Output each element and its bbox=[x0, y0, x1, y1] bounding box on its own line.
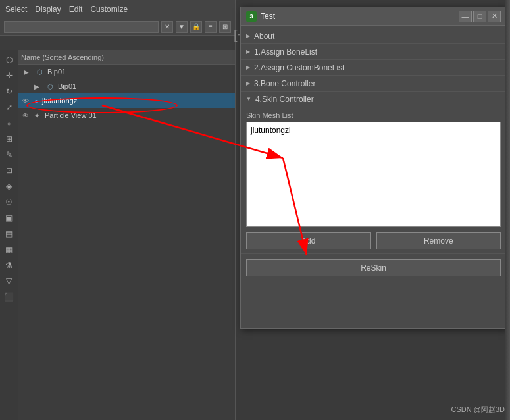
section-arrow-2: ▶ bbox=[246, 65, 250, 70]
item-label: Bip01 bbox=[47, 68, 232, 76]
section-arrow-3: ▶ bbox=[246, 80, 250, 86]
tool6-icon[interactable]: ⊞ bbox=[2, 132, 16, 146]
buttons-row: Add Remove bbox=[246, 232, 501, 249]
menu-customize[interactable]: Customize bbox=[90, 5, 128, 14]
menu-edit[interactable]: Edit bbox=[69, 5, 83, 14]
tool11-icon[interactable]: ▣ bbox=[2, 211, 16, 225]
list-item[interactable]: 👁 ✦ Particle View 01 bbox=[18, 108, 235, 122]
top-menu: Select Display Edit Customize bbox=[0, 0, 235, 18]
section-label-4: 4.Skin Controller bbox=[255, 95, 314, 104]
section-assign-custom[interactable]: ▶ 2.Assign CustomBoneList bbox=[241, 60, 506, 76]
skin-mesh-item[interactable]: jiutuntongzi bbox=[249, 125, 497, 136]
scale-icon[interactable]: ⤢ bbox=[2, 100, 16, 115]
tool13-icon[interactable]: ▦ bbox=[2, 242, 16, 257]
list-header: Name (Sorted Ascending) bbox=[18, 50, 235, 65]
dialog: 3 Test — □ ✕ ▶ About ▶ 1.Assign BoneList… bbox=[240, 7, 507, 329]
move-icon[interactable]: ✛ bbox=[2, 68, 16, 83]
menu-select[interactable]: Select bbox=[5, 5, 27, 14]
section-arrow-about: ▶ bbox=[246, 33, 250, 39]
section-assign-bonelist[interactable]: ▶ 1.Assign BoneList bbox=[241, 44, 506, 60]
tool12-icon[interactable]: ▤ bbox=[2, 226, 16, 241]
skin-mesh-label: Skin Mesh List bbox=[246, 111, 501, 119]
tool9-icon[interactable]: ◈ bbox=[2, 179, 16, 194]
section-about[interactable]: ▶ About bbox=[241, 28, 506, 44]
select-icon[interactable]: ⬡ bbox=[2, 53, 16, 67]
left-panel: Select Display Edit Customize ✕ ▼ 🔒 ≡ ⊞ … bbox=[0, 0, 236, 420]
section-label-1: 1.Assign BoneList bbox=[254, 47, 317, 57]
item-type-icon: ⬡ bbox=[34, 66, 45, 77]
item-label: Bip01 bbox=[58, 82, 232, 90]
skin-mesh-list[interactable]: jiutuntongzi bbox=[246, 122, 501, 227]
dialog-titlebar: 3 Test — □ ✕ bbox=[241, 7, 506, 26]
section-arrow-4: ▼ bbox=[246, 96, 251, 102]
list-item[interactable]: ▶ ⬡ Bip01 bbox=[18, 79, 235, 93]
list-container: Name (Sorted Ascending) ▶ ⬡ Bip01 ▶ ⬡ Bi… bbox=[18, 50, 235, 420]
skin-section-content: Skin Mesh List jiutuntongzi Add Remove bbox=[241, 107, 506, 254]
tool8-icon[interactable]: ⊡ bbox=[2, 163, 16, 178]
side-icons: ⬡ ✛ ↻ ⤢ ⬦ ⊞ ✎ ⊡ ◈ ☉ ▣ ▤ ▦ ⚗ ▽ ⬛ bbox=[0, 50, 18, 420]
section-label-about: About bbox=[254, 32, 274, 41]
expand-icon: ▶ bbox=[32, 81, 42, 92]
toolbar-row: ✕ ▼ 🔒 ≡ ⊞ bbox=[0, 18, 235, 36]
list-item[interactable]: ▶ ⬡ Bip01 bbox=[18, 65, 235, 79]
section-bone-controller[interactable]: ▶ 3.Bone Controller bbox=[241, 76, 506, 92]
list-header-text: Name (Sorted Ascending) bbox=[21, 53, 232, 61]
search-input[interactable] bbox=[4, 21, 159, 33]
eye-dot-icon: ● bbox=[32, 96, 41, 105]
dialog-title: Test bbox=[261, 12, 459, 21]
filter-icon[interactable]: ▼ bbox=[176, 21, 188, 33]
lock-icon[interactable]: 🔒 bbox=[190, 21, 202, 33]
dialog-controls: — □ ✕ bbox=[459, 11, 501, 22]
remove-button[interactable]: Remove bbox=[376, 232, 501, 249]
add-button[interactable]: Add bbox=[246, 232, 371, 249]
tool16-icon[interactable]: ⬛ bbox=[2, 290, 16, 304]
item-type-icon: ⬡ bbox=[45, 81, 55, 92]
grid-icon[interactable]: ⊞ bbox=[219, 21, 231, 33]
item-type-icon-2: ✦ bbox=[32, 110, 42, 120]
visibility-icon[interactable]: 👁 bbox=[21, 96, 30, 105]
maximize-button[interactable]: □ bbox=[473, 11, 486, 22]
list-item-selected[interactable]: 👁 ● jiutuntongzi bbox=[18, 93, 235, 108]
section-skin-controller[interactable]: ▼ 4.Skin Controller bbox=[241, 92, 506, 107]
minimize-button[interactable]: — bbox=[459, 11, 472, 22]
list-area: ▶ ⬡ Bip01 ▶ ⬡ Bip01 👁 ● jiutuntongzi 👁 ✦… bbox=[18, 65, 235, 122]
tool10-icon[interactable]: ☉ bbox=[2, 195, 16, 209]
menu-display[interactable]: Display bbox=[35, 5, 61, 14]
tool14-icon[interactable]: ⚗ bbox=[2, 258, 16, 273]
dialog-number-icon: 3 bbox=[246, 11, 257, 22]
item-label-selected: jiutuntongzi bbox=[42, 97, 232, 105]
section-label-2: 2.Assign CustomBoneList bbox=[254, 63, 344, 72]
reskin-button[interactable]: ReSkin bbox=[246, 259, 501, 276]
section-label-3: 3.Bone Controller bbox=[254, 79, 315, 88]
tool5-icon[interactable]: ⬦ bbox=[2, 116, 16, 130]
visibility-icon-2[interactable]: 👁 bbox=[21, 111, 30, 120]
clear-search-icon[interactable]: ✕ bbox=[161, 21, 173, 33]
item-label-2: Particle View 01 bbox=[45, 111, 232, 119]
expand-icon: ▶ bbox=[21, 66, 32, 77]
section-arrow-1: ▶ bbox=[246, 49, 250, 55]
close-button[interactable]: ✕ bbox=[488, 11, 501, 22]
reskin-row: ReSkin bbox=[241, 254, 506, 282]
watermark: CSDN @阿赵3D bbox=[451, 405, 505, 415]
tool15-icon[interactable]: ▽ bbox=[2, 274, 16, 288]
dialog-body: ▶ About ▶ 1.Assign BoneList ▶ 2.Assign C… bbox=[241, 26, 506, 284]
layers-icon[interactable]: ≡ bbox=[205, 21, 217, 33]
right-edge bbox=[505, 0, 510, 420]
rotate-icon[interactable]: ↻ bbox=[2, 84, 16, 99]
tool7-icon[interactable]: ✎ bbox=[2, 147, 16, 162]
